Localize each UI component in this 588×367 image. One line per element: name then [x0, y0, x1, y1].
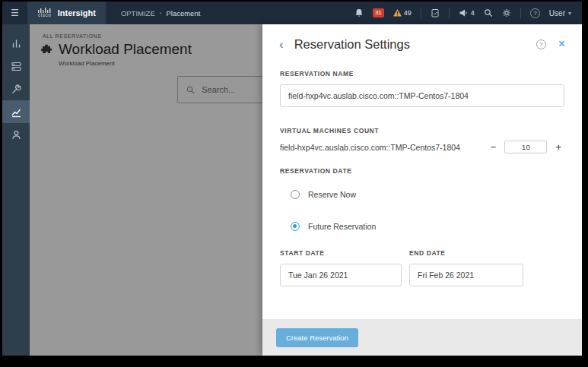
- user-menu[interactable]: User ▾: [549, 9, 571, 17]
- panel-header: ‹ Reservation Settings ? ×: [262, 24, 582, 56]
- breadcrumb-page[interactable]: Placement: [166, 9, 200, 17]
- panel-title: Reservation Settings: [294, 37, 410, 52]
- critical-alerts-badge[interactable]: 31: [373, 8, 384, 17]
- reserve-now-label: Reserve Now: [308, 190, 356, 199]
- help-glyph: ?: [533, 10, 536, 17]
- divider: [421, 8, 421, 19]
- cisco-logo-icon: cisco: [37, 8, 52, 18]
- chevron-down-icon: ▾: [568, 10, 571, 17]
- help-icon[interactable]: ?: [530, 8, 540, 18]
- decrement-button[interactable]: −: [488, 142, 500, 152]
- requests-icon[interactable]: [431, 8, 440, 17]
- vm-item-name: field-hxp4vc.auslab.cisco.com::TMP-Cento…: [280, 143, 488, 152]
- radio-unselected-icon: [291, 190, 300, 199]
- hamburger-icon: ☰: [11, 8, 19, 18]
- cisco-logo-text: cisco: [38, 13, 51, 18]
- panel-body: RESERVATION NAME VIRTUAL MACHINES COUNT …: [262, 56, 582, 319]
- end-date-input[interactable]: [409, 264, 523, 286]
- sidebar-item-optimize[interactable]: [2, 100, 30, 123]
- vm-count-label: VIRTUAL MACHINES COUNT: [280, 127, 564, 134]
- start-date-label: START DATE: [280, 249, 402, 257]
- top-bar: ☰ cisco Intersight OPTIMIZE › Placement: [2, 2, 582, 24]
- reservation-name-label: RESERVATION NAME: [280, 70, 564, 78]
- vm-count-row: field-hxp4vc.auslab.cisco.com::TMP-Cento…: [280, 141, 564, 153]
- reservation-date-label: RESERVATION DATE: [280, 167, 564, 175]
- announcements-icon[interactable]: 4: [459, 8, 475, 17]
- servers-icon: [11, 61, 22, 72]
- end-date-field: END DATE: [409, 249, 523, 286]
- create-reservation-button[interactable]: Create Reservation: [276, 328, 358, 347]
- divider: [520, 8, 521, 19]
- back-button[interactable]: ‹: [279, 38, 284, 51]
- app-window: ☰ cisco Intersight OPTIMIZE › Placement: [2, 2, 582, 356]
- start-date-input[interactable]: [280, 264, 402, 286]
- menu-button[interactable]: ☰: [2, 8, 27, 18]
- divider: [449, 8, 450, 19]
- left-nav: [2, 24, 30, 356]
- reservation-settings-panel: ‹ Reservation Settings ? × RESERVATION N…: [262, 24, 582, 356]
- radio-selected-icon: [291, 222, 300, 231]
- date-range-row: START DATE END DATE: [280, 249, 564, 286]
- warning-count: 49: [404, 9, 412, 17]
- reserve-now-option[interactable]: Reserve Now: [291, 190, 564, 199]
- breadcrumb-separator-icon: ›: [160, 10, 162, 17]
- future-reservation-label: Future Reservation: [308, 222, 376, 231]
- panel-header-actions: ? ×: [536, 38, 565, 50]
- help-glyph: ?: [539, 41, 542, 48]
- panel-footer: Create Reservation: [262, 319, 582, 356]
- admin-person-icon: [11, 129, 22, 141]
- close-icon[interactable]: ×: [558, 38, 565, 50]
- close-glyph: ×: [558, 37, 565, 50]
- back-chevron-icon: ‹: [279, 37, 284, 52]
- breadcrumb: OPTIMIZE › Placement: [121, 9, 200, 17]
- future-reservation-option[interactable]: Future Reservation: [291, 222, 564, 231]
- announcement-count: 4: [471, 9, 475, 17]
- vm-count-input[interactable]: [504, 141, 547, 153]
- sidebar-item-configure[interactable]: [2, 78, 30, 100]
- notifications-bell-icon[interactable]: [354, 8, 364, 17]
- topbar-actions: 31 49 4 ?: [354, 8, 582, 19]
- wrench-icon: [11, 84, 22, 95]
- end-date-label: END DATE: [409, 249, 523, 257]
- reservation-name-input[interactable]: [280, 84, 564, 107]
- search-icon[interactable]: [484, 8, 493, 17]
- bar-chart-icon: [11, 38, 22, 49]
- sidebar-item-monitor[interactable]: [2, 32, 30, 55]
- settings-gear-icon[interactable]: [502, 8, 511, 17]
- panel-help-icon[interactable]: ?: [536, 40, 546, 49]
- minus-icon: −: [491, 141, 497, 153]
- sidebar-item-operate[interactable]: [2, 55, 30, 78]
- brand[interactable]: cisco Intersight: [27, 2, 106, 24]
- plus-icon: +: [555, 141, 561, 153]
- start-date-field: START DATE: [280, 249, 402, 286]
- app-body: ALL RESERVATIONS Workload Placement Work…: [2, 24, 582, 356]
- user-label: User: [549, 9, 565, 17]
- line-chart-icon: [11, 106, 22, 118]
- breadcrumb-section[interactable]: OPTIMIZE: [121, 9, 155, 17]
- increment-button[interactable]: +: [552, 142, 564, 152]
- sidebar-item-admin[interactable]: [2, 123, 30, 146]
- warning-alerts-badge[interactable]: 49: [393, 9, 412, 17]
- warning-triangle-icon: [393, 9, 402, 17]
- brand-name: Intersight: [58, 8, 96, 17]
